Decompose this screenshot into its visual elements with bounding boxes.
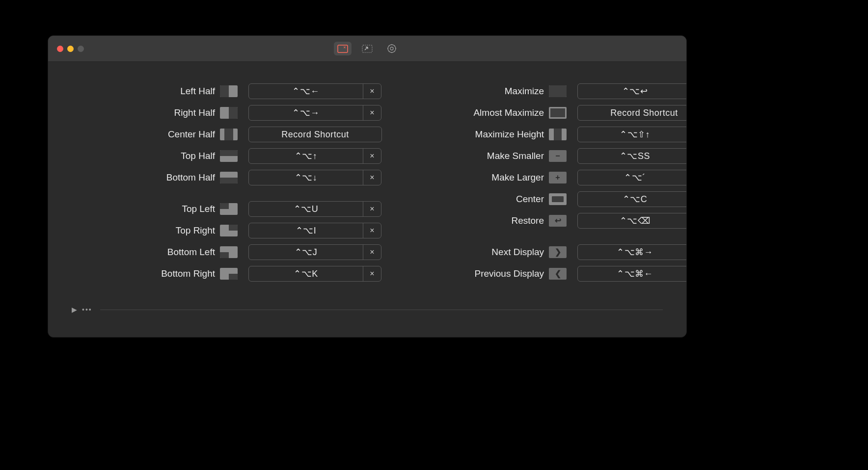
- svg-rect-2: [362, 45, 372, 52]
- shortcut-field[interactable]: ⌃⌥J: [249, 245, 363, 260]
- shortcut-field[interactable]: ⌃⌥⌘←: [578, 266, 687, 281]
- shortcut-recorder: ⌃⌥←×: [248, 83, 381, 99]
- shortcut-field[interactable]: ⌃⌥C: [578, 192, 687, 207]
- shortcut-recorder: Record Shortcut: [248, 127, 382, 142]
- shortcut-field[interactable]: ⌃⌥SS: [578, 149, 687, 163]
- snap-icon: [362, 45, 373, 53]
- shortcut-field[interactable]: Record Shortcut: [578, 105, 687, 120]
- shortcut-recorder: ⌃⌥⌘←×: [577, 266, 687, 282]
- titlebar: ✕: [48, 36, 686, 62]
- tab-shortcuts[interactable]: ✕: [334, 42, 352, 55]
- shortcut-field[interactable]: ⌃⌥⌘→: [578, 245, 687, 260]
- clear-shortcut-button[interactable]: ×: [363, 84, 381, 99]
- minimize-window-button[interactable]: [67, 46, 74, 52]
- layout-preview-icon: [220, 172, 238, 183]
- shortcut-field[interactable]: ⌃⌥↓: [249, 170, 363, 185]
- shortcut-row-right-half: Right Half⌃⌥→×: [73, 102, 382, 124]
- shortcut-recorder: ⌃⌥I×: [248, 223, 381, 238]
- footer: ▶ •••: [72, 306, 663, 313]
- zoom-window-button[interactable]: [78, 46, 84, 52]
- shortcut-recorder: ⌃⌥J×: [248, 244, 381, 260]
- layout-preview-icon: [549, 85, 567, 97]
- shortcut-field[interactable]: ⌃⌥⌫: [578, 213, 687, 228]
- clear-shortcut-button[interactable]: ×: [363, 202, 381, 216]
- gear-icon: [387, 44, 397, 53]
- shortcut-row-center: Center⌃⌥C×: [402, 188, 687, 210]
- shortcut-recorder: ⌃⌥C×: [577, 191, 687, 207]
- shortcut-recorder: ⌃⌥K×: [248, 266, 381, 282]
- svg-rect-0: [338, 45, 348, 52]
- shortcut-field[interactable]: ⌃⌥I: [249, 223, 363, 238]
- shortcut-field[interactable]: ⌃⌥↑: [249, 149, 363, 163]
- layout-preview-icon: ↩: [549, 215, 567, 227]
- shortcut-label: Restore: [402, 215, 549, 226]
- shortcut-row-bottom-right: Bottom Right⌃⌥K×: [73, 263, 382, 285]
- layout-preview-icon: ❮: [549, 268, 567, 280]
- shortcut-field[interactable]: ⌃⌥↩: [578, 84, 687, 99]
- shortcut-field[interactable]: Record Shortcut: [249, 127, 381, 142]
- preferences-window: ✕ Left Half⌃⌥←×Right Half⌃⌥→×Center Half…: [48, 35, 687, 338]
- tab-snapping[interactable]: [358, 42, 376, 55]
- shortcut-field[interactable]: ⌃⌥←: [249, 84, 363, 99]
- shortcut-field[interactable]: ⌃⌥U: [249, 202, 363, 216]
- layout-preview-icon: [220, 268, 238, 280]
- shortcut-label: Top Half: [73, 151, 220, 161]
- shortcut-field[interactable]: ⌃⌥K: [249, 266, 363, 281]
- shortcut-row-almost-maximize: Almost MaximizeRecord Shortcut: [402, 102, 687, 124]
- shortcut-row-next-display: Next Display❯⌃⌥⌘→×: [402, 241, 687, 263]
- shortcut-row-bottom-half: Bottom Half⌃⌥↓×: [73, 167, 382, 188]
- shortcut-recorder: ⌃⌥U×: [248, 201, 381, 217]
- layout-preview-icon: [220, 225, 238, 236]
- shortcut-row-maximize-height: Maximize Height⌃⌥⇧↑×: [402, 124, 687, 145]
- shortcut-label: Make Smaller: [402, 151, 549, 161]
- layout-preview-icon: [549, 193, 567, 205]
- shortcut-label: Top Left: [73, 204, 220, 214]
- shortcut-label: Left Half: [73, 86, 220, 97]
- shortcut-row-top-half: Top Half⌃⌥↑×: [73, 145, 382, 167]
- layout-preview-icon: [549, 129, 567, 140]
- layout-preview-icon: [220, 85, 238, 97]
- shortcut-recorder: ⌃⌥↑×: [248, 148, 381, 164]
- clear-shortcut-button[interactable]: ×: [363, 266, 381, 281]
- more-options[interactable]: •••: [82, 306, 92, 313]
- shortcut-row-top-right: Top Right⌃⌥I×: [73, 220, 382, 241]
- clear-shortcut-button[interactable]: ×: [363, 170, 381, 185]
- shortcut-row-center-half: Center HalfRecord Shortcut: [73, 124, 382, 145]
- shortcut-field[interactable]: ⌃⌥→: [249, 105, 363, 120]
- shortcut-row-make-larger: Make Larger+⌃⌥´×: [402, 167, 687, 188]
- shortcut-field[interactable]: ⌃⌥⇧↑: [578, 127, 687, 142]
- clear-shortcut-button[interactable]: ×: [363, 105, 381, 120]
- layout-preview-icon: [220, 150, 238, 162]
- toolbar-tabs: ✕: [334, 42, 401, 55]
- layout-preview-icon: [549, 107, 567, 119]
- window-shortcut-icon: ✕: [337, 45, 348, 53]
- layout-preview-icon: [220, 107, 238, 119]
- clear-shortcut-button[interactable]: ×: [363, 245, 381, 260]
- layout-preview-icon: [220, 246, 238, 258]
- shortcut-recorder: ⌃⌥SS×: [577, 148, 687, 164]
- close-window-button[interactable]: [57, 46, 63, 52]
- disclosure-triangle[interactable]: ▶: [72, 306, 77, 313]
- shortcut-label: Maximize Height: [402, 129, 549, 140]
- layout-preview-icon: +: [549, 172, 567, 183]
- shortcut-recorder: Record Shortcut: [577, 105, 687, 121]
- clear-shortcut-button[interactable]: ×: [363, 223, 381, 238]
- shortcut-field[interactable]: ⌃⌥´: [578, 170, 687, 185]
- layout-preview-icon: [220, 203, 238, 215]
- svg-point-4: [390, 47, 393, 50]
- shortcut-recorder: ⌃⌥⌫×: [577, 213, 687, 229]
- shortcut-row-restore: Restore↩⌃⌥⌫×: [402, 210, 687, 232]
- left-column: Left Half⌃⌥←×Right Half⌃⌥→×Center HalfRe…: [73, 80, 382, 285]
- clear-shortcut-button[interactable]: ×: [363, 149, 381, 163]
- shortcut-label: Make Larger: [402, 172, 549, 183]
- tab-settings[interactable]: [383, 42, 401, 55]
- shortcut-row-left-half: Left Half⌃⌥←×: [73, 80, 382, 102]
- shortcut-label: Bottom Half: [73, 172, 220, 183]
- shortcut-label: Almost Maximize: [402, 107, 549, 118]
- window-controls: [57, 36, 84, 61]
- layout-preview-icon: −: [549, 150, 567, 162]
- shortcut-recorder: ⌃⌥↩×: [577, 83, 687, 99]
- shortcut-label: Next Display: [402, 247, 549, 258]
- shortcut-recorder: ⌃⌥↓×: [248, 170, 381, 185]
- shortcut-label: Center Half: [73, 129, 220, 140]
